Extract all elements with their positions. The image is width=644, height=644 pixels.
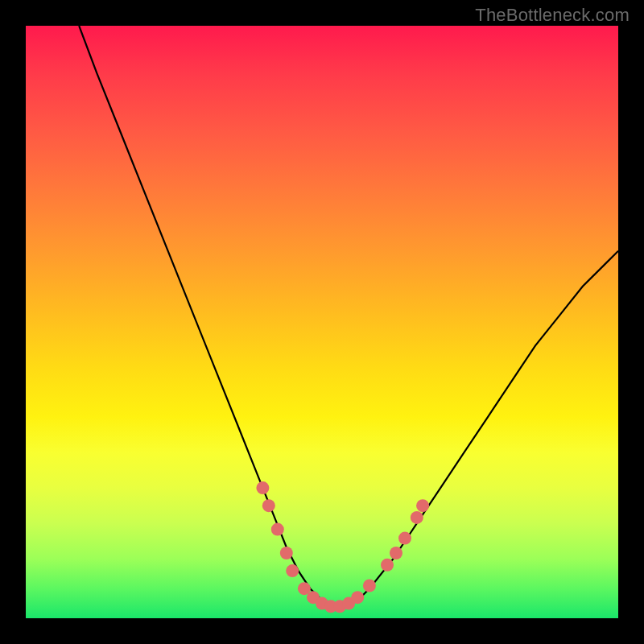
curve-marker: [416, 499, 429, 512]
plot-area: [26, 26, 618, 618]
curve-marker: [390, 547, 402, 559]
watermark-text: TheBottleneck.com: [475, 5, 630, 26]
curve-marker: [271, 523, 284, 536]
curve-marker: [286, 564, 299, 577]
curve-marker: [381, 559, 394, 572]
curve-marker: [351, 591, 364, 604]
curve-marker: [363, 580, 376, 592]
curve-marker: [411, 511, 423, 524]
curve-marker: [262, 499, 275, 512]
curve-markers: [256, 481, 429, 613]
curve-marker: [256, 481, 269, 494]
chart-svg: [26, 26, 618, 618]
curve-marker: [280, 547, 293, 559]
chart-frame: TheBottleneck.com: [0, 0, 644, 644]
bottleneck-curve: [79, 26, 618, 606]
curve-marker: [398, 532, 411, 545]
